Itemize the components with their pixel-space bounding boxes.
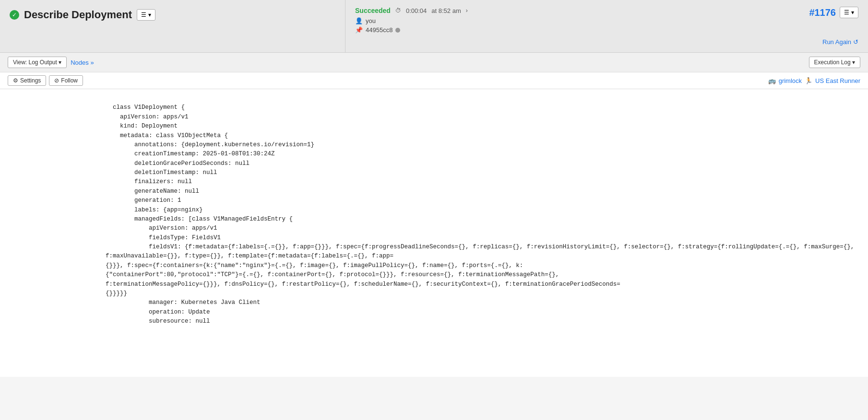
follow-icon: ⊘	[54, 77, 59, 84]
run-number-text: #1176	[809, 7, 836, 18]
view-log-output-button[interactable]: View: Log Output ▾	[8, 57, 67, 68]
run-number-area: #1176 ☰ ▾	[809, 7, 858, 18]
log-text: class V1Deployment { apiVersion: apps/v1…	[106, 104, 858, 325]
top-bar: ✓ Describe Deployment ☰ ▾ Succeeded ⏱ 0:…	[0, 0, 868, 53]
list-icon-2: ☰	[844, 9, 849, 16]
chevron-icon: ▾	[148, 12, 151, 18]
runner-region[interactable]: US East Runner	[815, 77, 860, 84]
title-menu-button[interactable]: ☰ ▾	[137, 9, 155, 21]
exec-log-label: Execution Log ▾	[814, 59, 855, 66]
commit-row: 📌 44955cc8	[355, 26, 858, 34]
run-again-label: Run Again	[822, 38, 851, 46]
page-title: Describe Deployment	[24, 9, 132, 21]
toolbar-row: View: Log Output ▾ Nodes » Execution Log…	[0, 53, 868, 72]
top-right-section: Succeeded ⏱ 0:00:04 at 8:52 am › 👤 you 📌…	[345, 0, 868, 52]
nodes-link[interactable]: Nodes »	[71, 59, 94, 66]
runner-name[interactable]: grimlock	[779, 77, 802, 84]
refresh-icon: ↺	[853, 38, 858, 46]
settings-button[interactable]: ⚙ Settings	[8, 75, 46, 86]
clock-icon: ⏱	[395, 7, 401, 14]
user-icon: 👤	[355, 17, 363, 24]
run-duration: 0:00:04	[406, 7, 427, 14]
follow-label: Follow	[61, 77, 78, 84]
runner-info: 🚌 grimlock 🏃 US East Runner	[768, 77, 860, 84]
run-menu-button[interactable]: ☰ ▾	[840, 7, 858, 18]
view-log-label: View: Log Output ▾	[13, 59, 61, 66]
toolbar-left: View: Log Output ▾ Nodes »	[8, 57, 94, 68]
chevron-icon-2: ▾	[851, 9, 854, 16]
list-icon: ☰	[141, 12, 146, 18]
settings-label: Settings	[20, 77, 41, 84]
runner-region-icon: 🏃	[805, 77, 812, 84]
gear-icon: ⚙	[13, 77, 18, 84]
log-output: class V1Deployment { apiVersion: apps/v1…	[0, 89, 868, 377]
run-info-row: Succeeded ⏱ 0:00:04 at 8:52 am ›	[355, 7, 858, 14]
user-row: 👤 you	[355, 17, 858, 24]
success-check-icon: ✓	[10, 10, 19, 20]
user-name: you	[366, 17, 376, 24]
title-area: ✓ Describe Deployment ☰ ▾	[10, 9, 155, 21]
commit-hash: 44955cc8	[366, 26, 392, 34]
execution-log-button[interactable]: Execution Log ▾	[809, 57, 860, 68]
nodes-label: Nodes »	[71, 59, 94, 66]
expand-icon: ›	[466, 7, 468, 14]
top-left-section: ✓ Describe Deployment ☰ ▾	[0, 0, 345, 52]
run-again-link[interactable]: Run Again ↺	[822, 38, 858, 46]
settings-bar: ⚙ Settings ⊘ Follow 🚌 grimlock 🏃 US East…	[0, 72, 868, 89]
runner-bus-icon: 🚌	[768, 77, 776, 84]
run-again-row: Run Again ↺	[822, 38, 858, 46]
follow-button[interactable]: ⊘ Follow	[49, 75, 83, 86]
run-status: Succeeded	[355, 7, 391, 14]
run-time: at 8:52 am	[431, 7, 461, 14]
commit-icon: 📌	[355, 26, 363, 34]
commit-status-dot	[395, 28, 400, 33]
